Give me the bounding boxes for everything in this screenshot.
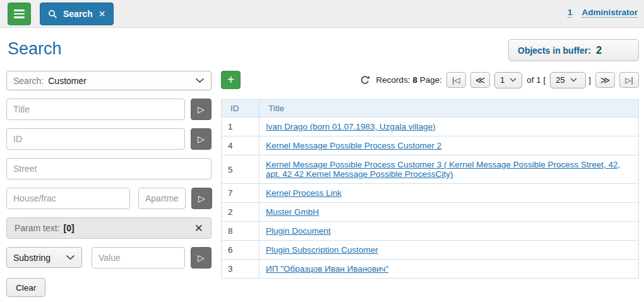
pagination: Records: 8 Page: |◁ ≪ 1 of 1 [ 25 ] ≫ ▷| <box>360 72 639 88</box>
param-text-bar: Param text: [0] ✕ <box>6 217 212 239</box>
row-title-cell: Kernel Message Possible Process Customer… <box>259 155 639 184</box>
header-row: Search Objects in buffer: 2 <box>0 28 644 61</box>
row-title-link[interactable]: Kernel Message Possible Process Customer… <box>266 160 620 179</box>
add-icon: + <box>227 73 235 86</box>
next-page-button[interactable]: ≫ <box>595 72 615 88</box>
first-page-button[interactable]: |◁ <box>446 72 466 88</box>
title-field-row: ▷ <box>6 99 212 120</box>
menu-button[interactable] <box>8 3 31 25</box>
chevron-down-icon <box>570 78 577 82</box>
street-input[interactable] <box>6 158 212 179</box>
page-select[interactable]: 1 <box>494 72 522 88</box>
table-row: 5 Kernel Message Possible Process Custom… <box>222 155 639 184</box>
topbar: Search ✕ 1 Administrator <box>0 0 644 28</box>
user-links: 1 Administrator <box>568 3 638 18</box>
row-title-link[interactable]: ИП "Образцов Иван Иванович" <box>266 264 388 274</box>
value-field-row: Substring ▷ <box>6 247 212 269</box>
first-page-icon: |◁ <box>452 76 460 85</box>
search-type-value: Customer <box>48 76 86 86</box>
row-id-cell: 2 <box>222 203 259 222</box>
last-page-icon: ▷| <box>625 76 633 85</box>
row-title-cell: Kernel Message Possible Process Customer… <box>259 136 639 155</box>
close-icon[interactable]: ✕ <box>98 9 106 18</box>
search-icon <box>48 9 57 19</box>
buffer-dropdown-button[interactable]: Objects in buffer: 2 <box>508 39 639 61</box>
row-title-link[interactable]: Kernel Process Link <box>266 188 342 198</box>
house-input[interactable] <box>6 188 130 209</box>
run-icon: ▷ <box>198 193 205 203</box>
results-panel: + Records: 8 Page: |◁ ≪ 1 of 1 [ 25 ] <box>221 71 639 279</box>
row-title-cell: Kernel Process Link <box>259 184 639 203</box>
row-title-cell: Plugin Document <box>259 222 639 241</box>
tab-search[interactable]: Search ✕ <box>40 3 114 25</box>
table-row: 7 Kernel Process Link <box>222 184 639 203</box>
table-row: 4 Kernel Message Possible Process Custom… <box>222 136 639 155</box>
buffer-label: Objects in buffer: <box>518 45 591 56</box>
table-row: 1 Ivan Drago (born 01.07.1983, Uzgala vi… <box>222 118 639 136</box>
clear-button[interactable]: Clear <box>6 278 45 297</box>
param-label: Param text: <box>15 223 60 233</box>
run-address-search-button[interactable]: ▷ <box>191 188 212 209</box>
prev-page-icon: ≪ <box>475 75 486 86</box>
page-title: Search <box>8 39 62 59</box>
row-id-cell: 8 <box>222 222 259 241</box>
row-title-cell: ИП "Образцов Иван Иванович" <box>259 260 639 279</box>
street-field-row <box>6 158 212 179</box>
row-title-cell: Muster GmbH <box>259 203 639 222</box>
row-id-cell: 3 <box>222 260 259 279</box>
of-pages-text: of 1 [ <box>527 75 546 85</box>
table-row: 2 Muster GmbH <box>222 203 639 222</box>
id-field-row: ▷ <box>6 128 212 150</box>
search-panel: Search: Customer ▷ ▷ ▷ Param text: [0] ✕ <box>6 71 212 297</box>
page-select-value: 1 <box>500 75 504 85</box>
row-title-cell: Ivan Drago (born 01.07.1983, Uzgala vill… <box>259 118 639 136</box>
row-title-cell: Plugin Subscription Customer <box>259 241 639 260</box>
chevron-down-icon <box>195 78 205 83</box>
apartment-input[interactable] <box>138 188 186 209</box>
results-table: ID Title 1 Ivan Drago (born 01.07.1983, … <box>221 99 639 279</box>
row-id-cell: 5 <box>222 155 259 184</box>
run-icon: ▷ <box>198 253 205 263</box>
row-id-cell: 4 <box>222 136 259 155</box>
add-record-button[interactable]: + <box>221 71 241 89</box>
last-page-button[interactable]: ▷| <box>619 72 639 88</box>
user-id-link[interactable]: 1 <box>568 8 573 18</box>
run-icon: ▷ <box>198 104 205 114</box>
value-input[interactable] <box>92 247 185 269</box>
match-mode-select[interactable]: Substring <box>6 247 82 268</box>
row-id-cell: 1 <box>222 118 259 136</box>
row-id-cell: 7 <box>222 184 259 203</box>
prev-page-button[interactable]: ≪ <box>470 72 490 88</box>
chevron-down-icon <box>510 78 516 82</box>
run-id-search-button[interactable]: ▷ <box>191 128 212 150</box>
remove-param-icon[interactable]: ✕ <box>194 223 203 234</box>
bracket-text: ] <box>588 75 591 85</box>
page-size-value: 25 <box>556 75 564 85</box>
main-content: Search: Customer ▷ ▷ ▷ Param text: [0] ✕ <box>0 61 644 297</box>
results-toolbar: + Records: 8 Page: |◁ ≪ 1 of 1 [ 25 ] <box>221 71 639 89</box>
house-field-row: ▷ <box>6 188 212 209</box>
page-size-select[interactable]: 25 <box>550 72 586 88</box>
id-input[interactable] <box>6 128 185 150</box>
run-value-search-button[interactable]: ▷ <box>191 247 212 269</box>
row-title-link[interactable]: Plugin Document <box>266 226 331 236</box>
search-type-select[interactable]: Search: Customer <box>6 71 212 90</box>
match-mode-value: Substring <box>13 253 51 263</box>
chevron-down-icon <box>66 255 75 260</box>
records-count: 8 <box>412 75 417 85</box>
row-title-link[interactable]: Plugin Subscription Customer <box>266 245 378 255</box>
table-row: 8 Plugin Document <box>222 222 639 241</box>
column-header-title: Title <box>259 100 639 118</box>
table-row: 6 Plugin Subscription Customer <box>222 241 639 260</box>
user-name-link[interactable]: Administrator <box>581 8 638 18</box>
refresh-icon[interactable] <box>360 75 370 85</box>
table-header-row: ID Title <box>222 100 639 118</box>
row-title-link[interactable]: Ivan Drago (born 01.07.1983, Uzgala vill… <box>266 122 436 131</box>
title-input[interactable] <box>6 99 185 120</box>
row-title-link[interactable]: Muster GmbH <box>266 207 319 217</box>
run-icon: ▷ <box>198 134 205 144</box>
run-title-search-button[interactable]: ▷ <box>191 99 212 120</box>
table-body: 1 Ivan Drago (born 01.07.1983, Uzgala vi… <box>222 118 639 279</box>
buffer-count: 2 <box>596 44 602 56</box>
row-title-link[interactable]: Kernel Message Possible Process Customer… <box>266 141 441 150</box>
